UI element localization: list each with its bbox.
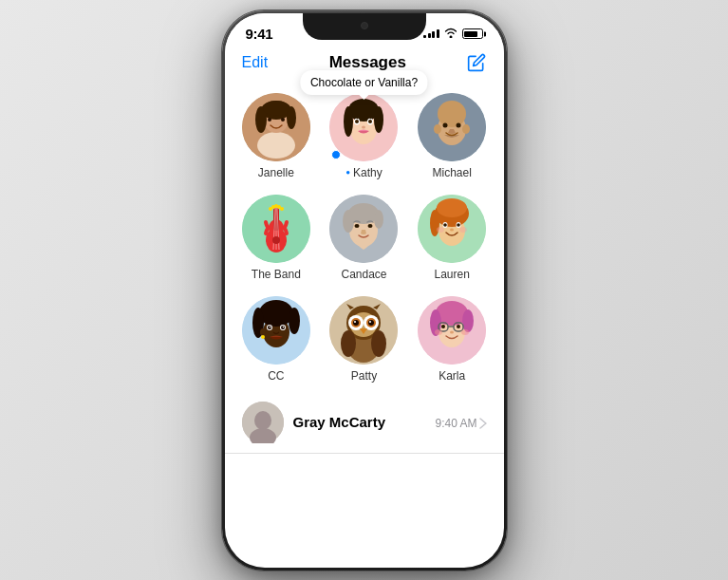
svg-point-39: [277, 205, 281, 209]
contact-the-band[interactable]: The Band: [234, 189, 319, 287]
svg-point-22: [438, 101, 466, 127]
svg-point-56: [450, 228, 454, 231]
contact-patty[interactable]: Patty: [322, 290, 406, 388]
status-icons: [423, 28, 483, 41]
svg-point-19: [362, 125, 365, 128]
avatar-wrap-patty: [329, 296, 398, 365]
contact-name-lauren: Lauren: [434, 268, 469, 281]
contact-name-janelle: Janelle: [258, 166, 294, 179]
svg-point-8: [268, 118, 271, 122]
svg-point-23: [434, 124, 441, 134]
contacts-section: Janelle Chocolate or Vanilla?: [225, 80, 504, 392]
svg-point-18: [368, 120, 372, 123]
contact-michael[interactable]: Michael: [410, 87, 495, 185]
svg-point-84: [341, 330, 356, 357]
battery-icon: [462, 28, 483, 39]
avatar-wrap-karla: [418, 296, 486, 365]
svg-point-58: [459, 227, 467, 233]
svg-point-61: [259, 300, 293, 327]
avatar-karla: [418, 296, 486, 365]
avatar-lauren: [418, 195, 486, 263]
svg-point-98: [461, 329, 469, 335]
edit-button[interactable]: Edit: [242, 54, 269, 71]
contacts-grid: Janelle Chocolate or Vanilla?: [234, 87, 495, 388]
message-row-gray[interactable]: Gray McCarty 9:40 AM: [225, 392, 504, 454]
contact-cc[interactable]: CC: [234, 290, 319, 388]
avatar-wrap-janelle: [242, 93, 310, 161]
wifi-icon: [444, 28, 457, 41]
bar4: [437, 29, 439, 38]
svg-point-26: [457, 122, 461, 127]
bar1: [423, 35, 426, 38]
compose-button[interactable]: [467, 53, 486, 72]
avatar-wrap-the-band: [242, 195, 310, 263]
svg-point-55: [457, 223, 460, 227]
phone-frame: 9:41: [222, 10, 507, 571]
candace-face: [329, 195, 398, 263]
contact-candace[interactable]: Candace: [322, 189, 406, 287]
lauren-face: [418, 195, 486, 263]
message-content-gray: Gray McCarty 9:40 AM: [293, 414, 487, 431]
svg-point-54: [443, 223, 447, 227]
avatar-candace: [329, 195, 398, 263]
svg-point-81: [368, 320, 374, 326]
message-avatar-gray: [242, 402, 284, 443]
message-header-gray: Gray McCarty 9:40 AM: [293, 414, 487, 430]
svg-point-94: [441, 325, 445, 328]
contact-name-patty: Patty: [351, 369, 377, 383]
contact-lauren[interactable]: Lauren: [410, 189, 495, 287]
guitar-icon: [242, 195, 310, 263]
svg-point-80: [353, 320, 359, 326]
front-camera: [361, 22, 368, 29]
chevron-right-icon: [479, 418, 487, 429]
avatar-janelle: [242, 93, 310, 161]
compose-icon: [467, 53, 486, 72]
svg-point-17: [355, 120, 359, 123]
message-sender-gray: Gray McCarty: [293, 414, 386, 430]
contact-name-the-band: The Band: [252, 268, 301, 281]
janelle-face: [242, 93, 310, 161]
svg-point-13: [344, 106, 353, 137]
kathy-face: [329, 93, 398, 161]
svg-point-100: [254, 411, 271, 430]
bar2: [428, 33, 431, 38]
gray-avatar-icon: [242, 402, 284, 443]
avatar-the-band: [242, 195, 310, 263]
contact-name-kathy: ● Kathy: [345, 166, 383, 179]
avatar-kathy: [329, 93, 398, 161]
svg-point-9: [281, 118, 285, 122]
avatar-michael: [418, 93, 486, 161]
michael-face: [418, 93, 486, 161]
svg-point-71: [283, 326, 285, 327]
svg-point-63: [289, 308, 300, 334]
contact-karla[interactable]: Karla: [410, 290, 495, 388]
svg-point-64: [260, 328, 266, 336]
phone-screen: 9:41: [225, 13, 504, 568]
contact-name-michael: Michael: [432, 166, 471, 179]
svg-point-65: [261, 335, 265, 339]
svg-point-96: [450, 330, 454, 333]
svg-point-46: [368, 224, 373, 228]
contact-janelle[interactable]: Janelle: [234, 87, 319, 185]
page-title: Messages: [329, 53, 406, 72]
svg-point-34: [272, 236, 280, 244]
signal-icon: [423, 29, 439, 38]
svg-point-43: [343, 210, 354, 233]
contact-name-karla: Karla: [439, 369, 465, 383]
svg-point-25: [443, 122, 448, 127]
svg-point-45: [355, 224, 360, 228]
svg-point-2: [257, 132, 295, 159]
message-time-gray: 9:40 AM: [435, 417, 486, 430]
svg-point-50: [437, 198, 467, 217]
svg-point-70: [270, 326, 271, 327]
svg-point-82: [354, 321, 356, 323]
avatar-patty: [329, 296, 398, 365]
svg-point-85: [371, 330, 386, 357]
svg-point-24: [462, 124, 470, 134]
avatar-wrap-candace: [329, 195, 398, 263]
avatar-wrap-cc: [242, 296, 310, 365]
svg-point-90: [462, 309, 474, 332]
unread-indicator-kathy: [331, 150, 341, 159]
contact-kathy[interactable]: Chocolate or Vanilla?: [322, 87, 406, 185]
svg-point-14: [374, 106, 383, 133]
